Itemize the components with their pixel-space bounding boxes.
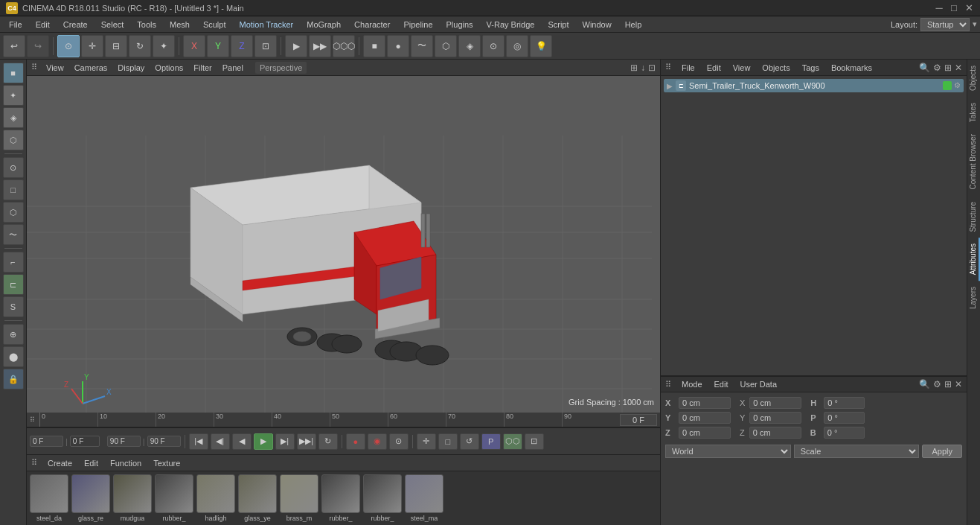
current-frame-input[interactable] bbox=[30, 436, 63, 447]
tab-layers[interactable]: Layers bbox=[967, 281, 980, 315]
render-end-input[interactable] bbox=[147, 436, 181, 447]
tab-structure[interactable]: Structure bbox=[967, 196, 980, 238]
start-frame-input[interactable] bbox=[70, 436, 100, 447]
obj-objects-menu[interactable]: Objects bbox=[758, 63, 794, 73]
menu-pipeline[interactable]: Pipeline bbox=[397, 19, 438, 31]
s-btn[interactable]: S bbox=[3, 296, 24, 317]
live-selection-btn[interactable]: ⊙ bbox=[3, 157, 24, 178]
attr-h-input[interactable] bbox=[824, 397, 865, 409]
play-btn[interactable]: ▶ bbox=[254, 433, 273, 450]
mat-texture-menu[interactable]: Texture bbox=[149, 458, 185, 468]
layout-selector[interactable]: Layout: Startup ▾ bbox=[891, 18, 977, 31]
object-visibility-dot[interactable] bbox=[943, 81, 952, 90]
vp-view-menu[interactable]: View bbox=[42, 62, 68, 74]
close-btn[interactable]: ✕ bbox=[964, 3, 974, 13]
menu-script[interactable]: Script bbox=[542, 19, 574, 31]
viewport-config-icon[interactable]: ⊡ bbox=[648, 63, 656, 73]
maximize-btn[interactable]: □ bbox=[949, 3, 959, 13]
viewport-expand-icon[interactable]: ⊞ bbox=[630, 63, 638, 73]
attr-z-size-input[interactable] bbox=[749, 427, 801, 439]
free-selection-btn[interactable]: 〜 bbox=[3, 224, 24, 245]
attr-y-pos-input[interactable] bbox=[679, 412, 731, 424]
menu-character[interactable]: Character bbox=[348, 19, 396, 31]
y-axis-button[interactable]: Y bbox=[207, 35, 229, 57]
obj-tags-menu[interactable]: Tags bbox=[798, 63, 824, 73]
menu-vray[interactable]: V-Ray Bridge bbox=[481, 19, 541, 31]
obj-file-menu[interactable]: File bbox=[677, 63, 699, 73]
loop-btn[interactable]: ↻ bbox=[318, 433, 338, 450]
light-button[interactable]: 💡 bbox=[530, 35, 552, 57]
vp-display-menu[interactable]: Display bbox=[113, 62, 149, 74]
rect-selection-btn[interactable]: □ bbox=[3, 179, 24, 200]
attr-p-input[interactable] bbox=[824, 412, 865, 424]
rotate-tool-button[interactable]: ↻ bbox=[129, 35, 151, 57]
mat-function-menu[interactable]: Function bbox=[106, 458, 146, 468]
attr-b-input[interactable] bbox=[824, 427, 865, 439]
goto-end-btn[interactable]: ▶▶| bbox=[297, 433, 316, 450]
apply-button[interactable]: Apply bbox=[922, 445, 962, 458]
attr-x-pos-input[interactable] bbox=[679, 397, 731, 409]
attr-y-size-input[interactable] bbox=[749, 412, 801, 424]
paint-btn[interactable]: ⊕ bbox=[3, 324, 24, 345]
sphere-button[interactable]: ● bbox=[387, 35, 409, 57]
menu-create[interactable]: Create bbox=[57, 19, 94, 31]
viewport-down-icon[interactable]: ↓ bbox=[641, 63, 645, 73]
mode-object-btn[interactable]: ■ bbox=[3, 63, 24, 83]
menu-edit[interactable]: Edit bbox=[30, 19, 56, 31]
selection-filter-btn[interactable]: □ bbox=[438, 433, 458, 450]
axis-lock-button[interactable]: ⊡ bbox=[254, 35, 277, 57]
record-btn[interactable]: ● bbox=[346, 433, 365, 450]
menu-help[interactable]: Help bbox=[619, 19, 648, 31]
environment-button[interactable]: ⊙ bbox=[482, 35, 505, 57]
line-btn[interactable]: ⌐ bbox=[3, 252, 24, 273]
move-tool-button[interactable]: ✛ bbox=[81, 35, 103, 57]
prev-frame-btn[interactable]: ◀ bbox=[232, 433, 252, 450]
material-item-8[interactable]: rubber_ bbox=[363, 474, 402, 522]
z-axis-button[interactable]: Z bbox=[231, 35, 253, 57]
timeline-options-btn[interactable]: ⊡ bbox=[525, 433, 544, 450]
vp-panel-menu[interactable]: Panel bbox=[218, 62, 248, 74]
redo-button[interactable]: ↪ bbox=[27, 35, 49, 57]
objects-close-icon[interactable]: ✕ bbox=[955, 63, 962, 73]
attr-z-pos-input[interactable] bbox=[679, 427, 731, 439]
attr-userdata-menu[interactable]: User Data bbox=[736, 379, 782, 389]
menu-mograph[interactable]: MoGraph bbox=[301, 19, 347, 31]
lock-btn[interactable]: 🔒 bbox=[3, 369, 24, 389]
x-axis-button[interactable]: X bbox=[183, 35, 205, 57]
render-region-button[interactable]: ▶ bbox=[285, 35, 307, 57]
mat-edit-menu[interactable]: Edit bbox=[80, 458, 103, 468]
menu-motion-tracker[interactable]: Motion Tracker bbox=[233, 19, 299, 31]
keyframe-btn[interactable]: ⊙ bbox=[389, 433, 409, 450]
material-item-4[interactable]: hadligh bbox=[196, 474, 235, 522]
poly-selection-btn[interactable]: ⬡ bbox=[3, 202, 24, 223]
material-item-7[interactable]: rubber_ bbox=[321, 474, 360, 522]
material-item-0[interactable]: steel_da bbox=[30, 474, 68, 522]
end-frame-input[interactable] bbox=[107, 436, 141, 447]
attr-close-icon[interactable]: ✕ bbox=[955, 379, 962, 389]
attr-transform-select[interactable]: Scale bbox=[794, 445, 920, 458]
goto-start-btn[interactable]: |◀ bbox=[189, 433, 208, 450]
cube-button[interactable]: ■ bbox=[363, 35, 385, 57]
mat-create-menu[interactable]: Create bbox=[43, 458, 77, 468]
step-back-btn[interactable]: ◀| bbox=[211, 433, 230, 450]
render-view-button[interactable]: ▶▶ bbox=[309, 35, 331, 57]
obj-bookmarks-menu[interactable]: Bookmarks bbox=[827, 63, 877, 73]
pos-key-btn[interactable]: ⬡⬡ bbox=[503, 433, 522, 450]
nurbs-button[interactable]: ⬡ bbox=[435, 35, 457, 57]
motion-clip-btn[interactable]: ✛ bbox=[417, 433, 436, 450]
attr-x-size-input[interactable] bbox=[749, 397, 801, 409]
attr-expand-icon[interactable]: ⊞ bbox=[944, 379, 952, 389]
menu-plugins[interactable]: Plugins bbox=[441, 19, 479, 31]
menu-sculpt[interactable]: Sculpt bbox=[197, 19, 232, 31]
material-item-5[interactable]: glass_ye bbox=[238, 474, 277, 522]
menu-mesh[interactable]: Mesh bbox=[164, 19, 196, 31]
menu-window[interactable]: Window bbox=[577, 19, 618, 31]
obj-edit-menu[interactable]: Edit bbox=[702, 63, 726, 73]
undo-button[interactable]: ↩ bbox=[3, 35, 25, 57]
render-settings-button[interactable]: ⬡⬡⬡ bbox=[333, 35, 355, 57]
minimize-btn[interactable]: ─ bbox=[934, 3, 944, 13]
tab-takes[interactable]: Takes bbox=[967, 97, 980, 128]
auto-key-btn[interactable]: P bbox=[481, 433, 501, 450]
material-item-2[interactable]: mudgua bbox=[113, 474, 152, 522]
attr-search-icon[interactable]: 🔍 bbox=[919, 379, 930, 389]
